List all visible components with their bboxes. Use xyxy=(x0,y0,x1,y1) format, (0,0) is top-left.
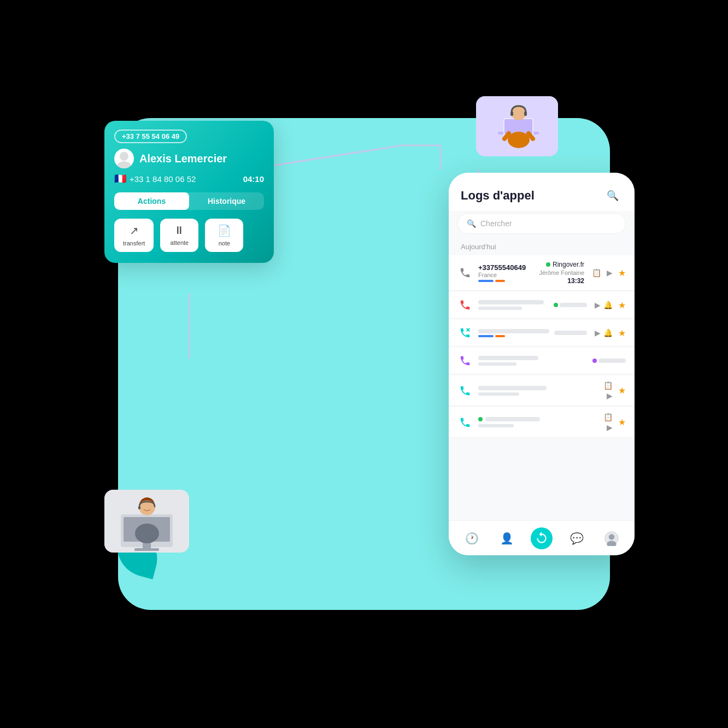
gray-bar-sm xyxy=(478,424,514,427)
refresh-nav-icon[interactable] xyxy=(531,527,553,549)
play-icon-1: ▶ xyxy=(607,268,613,277)
gray-bar xyxy=(485,417,540,421)
call-country-1: France xyxy=(478,272,533,278)
call-meta-1: Ringover.fr Jérôme Fontaine 13:32 xyxy=(539,261,584,285)
call-info-1: +33755540649 France xyxy=(478,263,533,282)
star-5[interactable]: ★ xyxy=(618,385,626,396)
bottom-nav: 🕐 👤 💬 xyxy=(449,520,635,555)
star-1[interactable]: ★ xyxy=(618,268,626,278)
gray-bar xyxy=(560,303,587,307)
call-timer: 04:10 xyxy=(243,174,264,184)
call-log-list: +33755540649 France Ringover.fr Jérôme F… xyxy=(449,255,635,520)
caller-number-text: +33 1 84 80 06 52 xyxy=(130,174,196,184)
bell-icon-3: 🔔 xyxy=(603,328,613,337)
call-info-5 xyxy=(478,386,598,396)
avatar-nav-icon[interactable] xyxy=(601,527,623,549)
gray-bar-sm xyxy=(478,392,519,396)
call-log-item[interactable]: ▶ 🔔 ★ xyxy=(449,292,635,319)
call-outgoing-purple-icon xyxy=(457,353,473,368)
call-time-1: 13:32 xyxy=(567,277,584,285)
attente-icon: ⏸ xyxy=(174,224,185,237)
call-info-3 xyxy=(478,329,549,337)
screen-inner: Logs d'appel 🔍 🔍 Chercher Aujourd'hui xyxy=(449,173,635,520)
call-incoming-teal-icon xyxy=(457,325,473,340)
agent-svg-top xyxy=(476,96,558,156)
call-icons-3: ▶ 🔔 xyxy=(595,328,613,337)
caller-name: Alexis Lemercier xyxy=(139,152,227,165)
gray-bar xyxy=(554,331,587,335)
agent-photo-top xyxy=(476,96,558,156)
call-icons-1: 📋 ▶ xyxy=(592,268,613,278)
green-dot-1 xyxy=(546,262,550,267)
phone-screen: Logs d'appel 🔍 🔍 Chercher Aujourd'hui xyxy=(449,173,635,555)
phone-badge: +33 7 55 54 06 49 xyxy=(114,130,187,143)
call-incoming-red-icon xyxy=(457,297,473,313)
star-2[interactable]: ★ xyxy=(618,300,626,310)
tag-blue-3 xyxy=(478,335,494,337)
action-attente-label: attente xyxy=(171,239,189,246)
tab-historique[interactable]: Historique xyxy=(189,192,264,210)
svg-point-23 xyxy=(135,524,159,543)
log-header: Logs d'appel 🔍 xyxy=(449,173,635,211)
star-3[interactable]: ★ xyxy=(618,328,626,338)
action-note-label: note xyxy=(219,240,230,246)
ringover-label-1: Ringover.fr xyxy=(553,261,584,268)
transfert-icon: ↗ xyxy=(130,224,139,237)
section-today: Aujourd'hui xyxy=(449,240,635,255)
svg-rect-12 xyxy=(510,111,513,116)
search-bar-icon: 🔍 xyxy=(467,219,476,228)
call-widget: +33 7 55 54 06 49 Alexis Lemercier 🇫🇷 +3… xyxy=(104,121,274,263)
ringover-row: Ringover.fr xyxy=(546,261,584,268)
action-note-btn[interactable]: 📄 note xyxy=(205,219,243,252)
note-icon-6: 📋 xyxy=(603,413,613,421)
search-bar[interactable]: 🔍 Chercher xyxy=(457,213,626,234)
call-outgoing-icon xyxy=(457,265,473,280)
caller-avatar xyxy=(114,149,134,168)
caller-number-row: 🇫🇷 +33 1 84 80 06 52 04:10 xyxy=(114,173,264,185)
call-info-6 xyxy=(478,417,598,427)
action-attente-btn[interactable]: ⏸ attente xyxy=(160,219,198,252)
svg-point-26 xyxy=(609,534,615,540)
flag-icon: 🇫🇷 xyxy=(114,173,126,185)
call-incoming-teal2-icon xyxy=(457,383,473,398)
action-transfert-btn[interactable]: ↗ transfert xyxy=(114,219,154,252)
call-log-item[interactable]: 📋 ▶ ★ xyxy=(449,407,635,438)
call-log-item[interactable]: ▶ 🔔 ★ xyxy=(449,320,635,347)
svg-point-14 xyxy=(508,132,530,148)
note-icon: 📄 xyxy=(218,224,231,237)
call-log-item[interactable]: +33755540649 France Ringover.fr Jérôme F… xyxy=(449,255,635,291)
call-icons-2: ▶ 🔔 xyxy=(595,301,613,309)
tab-actions[interactable]: Actions xyxy=(114,192,189,210)
tag-orange-1 xyxy=(495,280,505,282)
gray-bar-sm xyxy=(478,307,522,310)
caller-row: Alexis Lemercier xyxy=(114,149,264,168)
call-tags-1 xyxy=(478,280,533,282)
clock-nav-icon[interactable]: 🕐 xyxy=(461,527,483,549)
gray-bar-sm xyxy=(478,362,516,366)
star-6[interactable]: ★ xyxy=(618,417,626,427)
note-icon-5: 📋 xyxy=(603,381,613,390)
agent-svg-bottom xyxy=(104,490,189,553)
search-button[interactable]: 🔍 xyxy=(603,186,623,206)
call-number-1: +33755540649 xyxy=(478,263,533,272)
call-widget-tabs: Actions Historique xyxy=(114,192,264,210)
play-icon-5: ▶ xyxy=(607,391,613,400)
call-meta-3 xyxy=(554,331,587,335)
gray-bar xyxy=(478,386,547,390)
call-meta-5: 📋 ▶ xyxy=(603,381,613,400)
call-log-item[interactable]: 📋 ▶ ★ xyxy=(449,375,635,406)
action-transfert-label: transfert xyxy=(123,240,145,246)
svg-rect-24 xyxy=(138,506,140,509)
svg-rect-21 xyxy=(134,548,159,551)
gray-bar xyxy=(598,359,626,363)
svg-rect-13 xyxy=(524,111,527,116)
gray-bar xyxy=(478,329,549,333)
person-nav-icon[interactable]: 👤 xyxy=(496,527,518,549)
agent-photo-bottom xyxy=(104,490,189,553)
chat-nav-icon[interactable]: 💬 xyxy=(566,527,588,549)
call-log-item[interactable] xyxy=(449,348,635,374)
tag-blue-1 xyxy=(478,280,494,282)
gray-bar xyxy=(478,300,544,304)
note-icon-1: 📋 xyxy=(592,268,601,277)
bell-icon-2: 🔔 xyxy=(603,301,613,309)
